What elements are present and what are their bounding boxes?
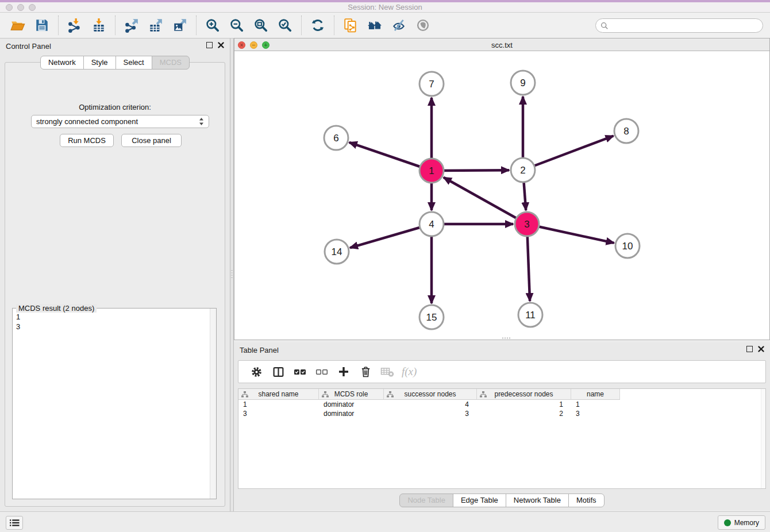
close-panel-icon[interactable] <box>218 42 224 48</box>
split-columns-icon[interactable] <box>270 364 287 380</box>
add-column-icon[interactable] <box>335 364 352 380</box>
graph-node-3[interactable]: 3 <box>515 212 539 236</box>
first-neighbors-icon[interactable] <box>308 16 328 34</box>
export-image-icon[interactable] <box>170 16 190 34</box>
graph-node-label: 2 <box>520 165 525 176</box>
column-header-name[interactable]: name <box>571 389 620 400</box>
graph-node-11[interactable]: 11 <box>518 303 542 327</box>
column-header-mcds-role[interactable]: MCDS role <box>319 389 384 400</box>
graph-node-6[interactable]: 6 <box>324 126 348 150</box>
table-cell[interactable]: 4 <box>384 400 477 409</box>
table-cell[interactable]: 1 <box>477 400 571 409</box>
table-cell[interactable]: 2 <box>477 409 571 418</box>
fx-label: f(x) <box>401 365 417 378</box>
vertical-splitter[interactable] <box>230 38 234 511</box>
network-graph-svg[interactable]: 7968124314101511 <box>234 51 769 340</box>
table-cell[interactable]: 3 <box>571 409 620 418</box>
node-table-header: shared nameMCDS rolesuccessor nodesprede… <box>238 389 765 400</box>
export-table-icon[interactable] <box>146 16 165 34</box>
table-row[interactable]: 3dominator323 <box>238 409 765 418</box>
column-header-predecessor-nodes[interactable]: predecessor nodes <box>477 389 571 400</box>
graph-node-7[interactable]: 7 <box>419 72 444 96</box>
result-scrollbar[interactable] <box>210 309 216 499</box>
graph-node-15[interactable]: 15 <box>419 305 444 329</box>
titlebar-accent <box>0 0 770 2</box>
control-panel: Control Panel NetworkStyleSelectMCDS Opt… <box>0 38 230 511</box>
zoom-selected-icon[interactable] <box>275 16 295 34</box>
table-cell[interactable]: 3 <box>384 409 477 418</box>
search-input[interactable] <box>609 21 763 30</box>
mcds-result-text[interactable]: 13 <box>13 310 209 499</box>
new-network-from-selection-icon[interactable] <box>341 16 360 34</box>
task-history-button[interactable] <box>6 516 23 530</box>
tab-mcds[interactable]: MCDS <box>152 56 190 70</box>
column-header-shared-name[interactable]: shared name <box>238 389 319 400</box>
graph-node-2[interactable]: 2 <box>511 158 535 182</box>
splitter-grip[interactable] <box>231 270 233 278</box>
table-cell[interactable]: 3 <box>238 409 319 418</box>
table-cell[interactable]: dominator <box>319 409 384 418</box>
hide-graphics-details-icon[interactable] <box>389 16 409 34</box>
table-cell[interactable]: 1 <box>238 400 319 409</box>
close-panel-button[interactable]: Close panel <box>121 134 182 147</box>
table-scrollbar[interactable] <box>761 389 765 488</box>
canvas-resize-grip[interactable] <box>502 337 510 339</box>
table-cell[interactable]: 1 <box>571 400 620 409</box>
deselect-all-icon[interactable] <box>313 364 330 380</box>
table-panel-title: Table Panel <box>240 346 279 354</box>
home-icon[interactable] <box>365 16 384 34</box>
graph-edge-1-6[interactable] <box>349 142 432 171</box>
import-table-icon[interactable] <box>89 16 109 34</box>
delete-column-icon[interactable] <box>357 364 374 380</box>
graph-node-label: 1 <box>429 165 434 176</box>
run-mcds-button[interactable]: Run MCDS <box>60 134 114 147</box>
graph-node-14[interactable]: 14 <box>325 240 349 264</box>
graph-edge-3-1[interactable] <box>444 178 527 224</box>
graph-node-label: 3 <box>524 219 529 230</box>
open-session-icon[interactable] <box>8 16 28 34</box>
tab-style[interactable]: Style <box>83 56 116 70</box>
graph-node-10[interactable]: 10 <box>615 234 640 258</box>
tab-network-table[interactable]: Network Table <box>506 494 569 507</box>
tab-motifs[interactable]: Motifs <box>568 494 605 507</box>
graph-node-9[interactable]: 9 <box>511 71 535 95</box>
delete-table-icon[interactable] <box>379 364 396 380</box>
column-header-successor-nodes[interactable]: successor nodes <box>384 389 477 400</box>
float-panel-button[interactable] <box>206 42 213 48</box>
graph-edge-3-10[interactable] <box>527 224 614 243</box>
search-box <box>595 18 763 33</box>
tab-network[interactable]: Network <box>40 56 84 70</box>
network-view-window: × − + scc.txt 7968124314101511 <box>234 38 770 340</box>
tab-edge-table[interactable]: Edge Table <box>453 494 506 507</box>
zoom-fit-icon[interactable] <box>251 16 271 34</box>
tab-select[interactable]: Select <box>116 56 152 70</box>
import-network-icon[interactable] <box>65 16 84 34</box>
table-panel: Table Panel <box>234 342 770 510</box>
table-cell[interactable]: dominator <box>319 400 384 409</box>
graph-node-4[interactable]: 4 <box>419 212 444 236</box>
graph-edge-2-8[interactable] <box>523 136 614 170</box>
memory-button[interactable]: Memory <box>718 515 765 530</box>
save-session-icon[interactable] <box>32 16 52 34</box>
zoom-out-icon[interactable] <box>227 16 247 34</box>
graph-node-8[interactable]: 8 <box>614 119 638 143</box>
birds-eye-view-icon[interactable] <box>413 16 433 34</box>
table-row[interactable]: 1dominator411 <box>238 400 765 409</box>
network-canvas[interactable]: 7968124314101511 <box>234 51 769 340</box>
network-window-title: scc.txt <box>234 41 769 49</box>
zoom-in-icon[interactable] <box>203 16 222 34</box>
export-network-icon[interactable] <box>122 16 141 34</box>
function-builder-icon[interactable]: f(x) <box>401 364 417 380</box>
float-table-panel-button[interactable] <box>746 346 753 352</box>
optimization-select[interactable]: strongly connected component <box>31 115 209 128</box>
graph-node-label: 11 <box>525 310 536 321</box>
graph-node-1[interactable]: 1 <box>419 159 444 183</box>
tree-icon <box>480 391 487 398</box>
gear-icon[interactable] <box>248 364 265 380</box>
tab-node-table[interactable]: Node Table <box>399 494 453 507</box>
network-window-titlebar[interactable]: × − + scc.txt <box>234 38 769 51</box>
close-table-panel-icon[interactable] <box>758 346 764 352</box>
memory-status-icon <box>724 519 731 526</box>
select-all-icon[interactable] <box>291 364 309 380</box>
table-toolbar: f(x) <box>238 360 766 383</box>
